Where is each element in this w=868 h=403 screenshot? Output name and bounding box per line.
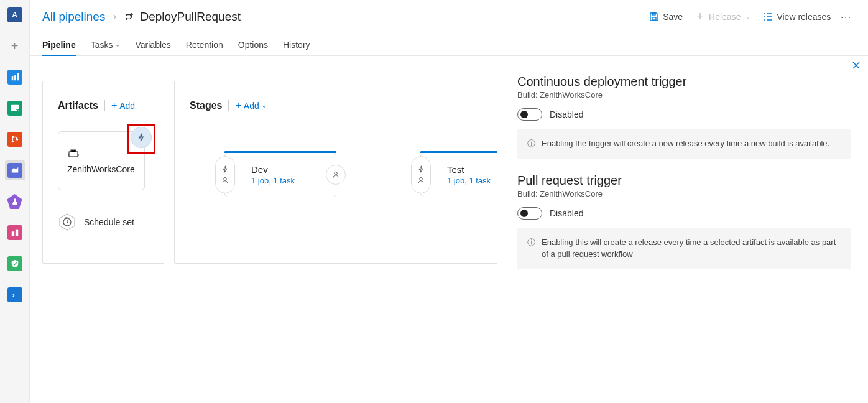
stage-name: Dev (251, 164, 330, 175)
lightning-icon (137, 133, 145, 142)
list-icon (763, 12, 773, 22)
svg-point-18 (224, 178, 227, 181)
shield-icon (7, 256, 22, 271)
tab-history[interactable]: History (283, 34, 310, 55)
close-icon (852, 61, 861, 70)
plus-icon: + (111, 100, 117, 111)
view-releases-button[interactable]: View releases (757, 9, 837, 24)
svg-rect-14 (652, 13, 655, 15)
save-icon (649, 12, 659, 22)
main-area: All pipelines › DeployPullRequest Save +… (30, 0, 868, 403)
person-icon (221, 176, 229, 185)
cd-trigger-heading: Continuous deployment trigger (517, 75, 851, 89)
tabs-bar: Pipeline Tasks⌄ Variables Retention Opti… (30, 34, 868, 56)
lightning-icon (221, 165, 229, 174)
build-source-icon (67, 148, 136, 160)
tab-options[interactable]: Options (238, 34, 268, 55)
tab-retention[interactable]: Retention (186, 34, 223, 55)
add-stage-label: Add (244, 101, 259, 111)
chevron-down-icon: ⌄ (746, 14, 750, 20)
svg-rect-0 (11, 76, 13, 80)
cd-trigger-info-text: Enabling the trigger will create a new r… (542, 138, 829, 150)
plus-icon: + (11, 40, 19, 52)
boards-icon (7, 101, 22, 116)
account-badge: A (7, 7, 22, 22)
nav-artifacts[interactable] (5, 223, 25, 243)
cd-trigger-button[interactable] (131, 127, 152, 148)
nav-repos[interactable] (5, 129, 25, 149)
new-item[interactable]: + (5, 36, 25, 56)
header-bar: All pipelines › DeployPullRequest Save +… (30, 0, 868, 34)
svg-rect-8 (15, 230, 17, 236)
svg-rect-1 (14, 75, 16, 81)
pipelines-icon (7, 163, 22, 178)
tab-variables[interactable]: Variables (135, 34, 170, 55)
close-flyout-button[interactable] (852, 61, 861, 72)
nav-pipelines[interactable] (5, 160, 25, 180)
nav-testplans[interactable] (5, 192, 25, 211)
cd-trigger-state: Disabled (550, 109, 583, 119)
stage-jobs-link[interactable]: 1 job, 1 task (251, 176, 330, 185)
tab-retention-label: Retention (186, 40, 223, 50)
info-icon: ⓘ (527, 138, 535, 150)
svg-rect-15 (69, 152, 78, 157)
stages-title: Stages (190, 100, 222, 111)
svg-point-4 (11, 136, 14, 139)
svg-point-20 (420, 178, 423, 181)
tab-options-label: Options (238, 40, 268, 50)
svg-rect-7 (11, 231, 14, 236)
pr-trigger-info: ⓘ Enabling this will create a release ev… (517, 228, 851, 269)
svg-rect-2 (17, 73, 19, 80)
lightning-icon (417, 165, 425, 174)
add-artifact-label: Add (119, 101, 135, 111)
tab-pipeline[interactable]: Pipeline (42, 34, 76, 55)
breadcrumb-separator: › (113, 10, 116, 23)
pr-trigger-toggle[interactable] (517, 207, 542, 220)
info-icon: ⓘ (527, 237, 535, 261)
release-button[interactable]: + Release ⌄ (689, 9, 757, 24)
connector-line (151, 175, 218, 175)
tab-tasks[interactable]: Tasks⌄ (91, 34, 121, 55)
release-def-icon (124, 11, 135, 22)
tab-pipeline-label: Pipeline (42, 40, 76, 50)
add-artifact-button[interactable]: + Add (111, 100, 135, 111)
tab-variables-label: Variables (135, 40, 170, 50)
pre-deploy-conditions[interactable] (411, 156, 431, 193)
release-label: Release (709, 12, 741, 22)
breadcrumb-root[interactable]: All pipelines (42, 10, 105, 24)
svg-point-5 (11, 141, 14, 143)
analytics-icon: Σ (7, 287, 22, 302)
schedule-label: Schedule set (84, 217, 134, 227)
artifacts-icon (7, 225, 22, 240)
schedule-button[interactable]: Schedule set (58, 213, 151, 231)
add-stage-button[interactable]: + Add ⌄ (235, 100, 266, 111)
repos-icon (7, 132, 22, 147)
cd-trigger-toggle[interactable] (517, 108, 542, 121)
schedule-hex-icon (58, 213, 76, 231)
person-icon (331, 170, 340, 179)
pr-trigger-info-text: Enabling this will create a release ever… (542, 237, 841, 261)
left-nav-rail: A + Σ (0, 0, 30, 403)
svg-point-19 (335, 172, 338, 175)
tab-tasks-label: Tasks (91, 40, 113, 50)
artifact-card[interactable]: ZenithWorksCore (58, 131, 145, 190)
artifact-name: ZenithWorksCore (67, 164, 136, 174)
nav-boards[interactable] (5, 98, 25, 118)
stage-card-dev[interactable]: Dev 1 job, 1 task (224, 152, 336, 197)
save-button[interactable]: Save (643, 9, 689, 24)
post-deploy-conditions[interactable] (326, 165, 346, 185)
cd-trigger-subtext: Build: ZenithWorksCore (517, 90, 851, 100)
nav-overview[interactable] (5, 67, 25, 87)
account-switcher[interactable]: A (5, 5, 25, 25)
view-releases-label: View releases (777, 12, 831, 22)
overview-icon (7, 70, 22, 85)
breadcrumb-current: DeployPullRequest (124, 10, 241, 24)
nav-compliance[interactable] (5, 254, 25, 274)
pre-deploy-conditions[interactable] (215, 156, 235, 193)
artifacts-title: Artifacts (58, 100, 98, 111)
stages-panel: Stages + Add ⌄ Dev (174, 81, 516, 264)
nav-analytics[interactable]: Σ (5, 285, 25, 305)
plus-icon: + (235, 100, 241, 111)
more-button[interactable]: ··· (837, 9, 856, 24)
connector-line (336, 175, 417, 175)
